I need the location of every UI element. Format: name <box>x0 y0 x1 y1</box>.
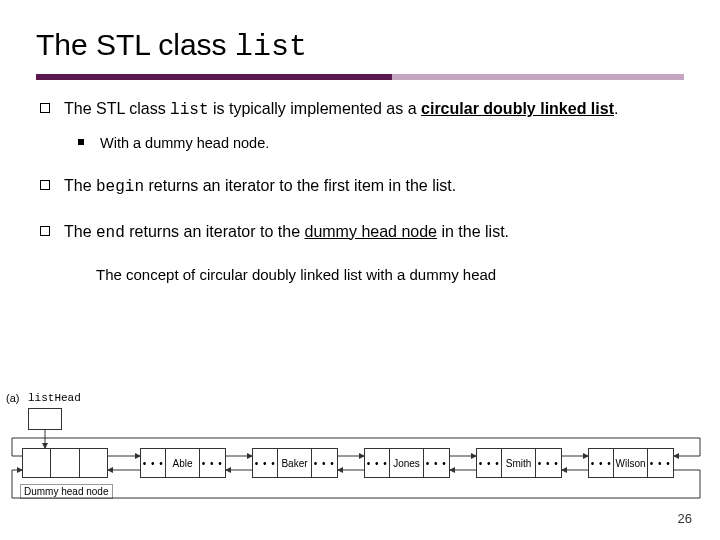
list-node: • • • Baker • • • <box>252 448 338 478</box>
diagram: (a) listHead • • • Able • • • • • • Bake… <box>0 398 720 518</box>
list-node: • • • Able • • • <box>140 448 226 478</box>
diagram-caption: The concept of circular doubly linked li… <box>96 266 684 283</box>
bullet-1: The STL class list is typically implemen… <box>36 98 684 153</box>
slide-title: The STL class list <box>36 28 684 64</box>
page-number: 26 <box>678 511 692 526</box>
bullet-3: The end returns an iterator to the dummy… <box>36 221 684 245</box>
bullet-2: The begin returns an iterator to the fir… <box>36 175 684 199</box>
list-node: • • • Smith • • • <box>476 448 562 478</box>
bullet-1-sub: With a dummy head node. <box>64 134 684 154</box>
list-node: • • • Jones • • • <box>364 448 450 478</box>
dummy-node-caption: Dummy head node <box>20 484 113 499</box>
title-rule <box>36 74 684 80</box>
list-node: • • • Wilson • • • <box>588 448 674 478</box>
head-pointer-box <box>28 408 62 430</box>
bullet-list: The STL class list is typically implemen… <box>36 98 684 244</box>
title-prefix: The STL class <box>36 28 235 61</box>
title-code: list <box>235 30 307 64</box>
dummy-node <box>22 448 108 478</box>
